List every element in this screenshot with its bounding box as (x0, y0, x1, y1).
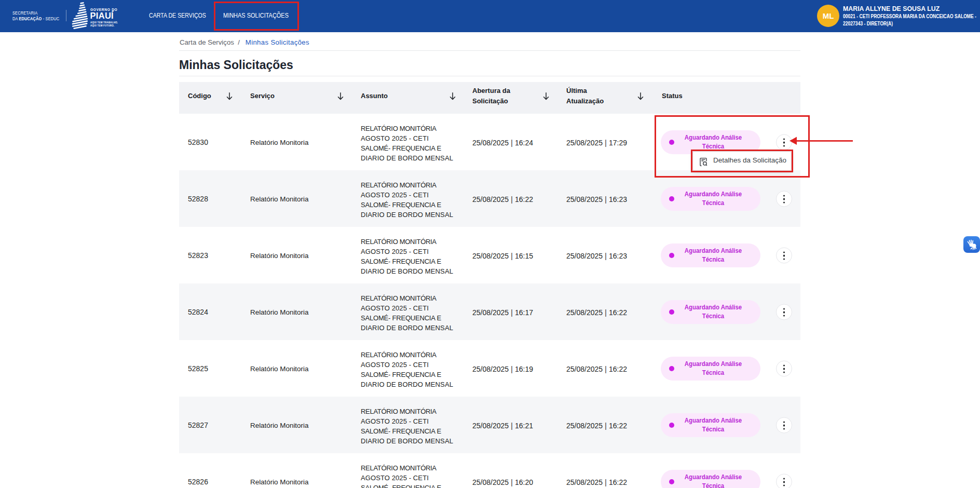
svg-text:AQUI TEM FUTURO.: AQUI TEM FUTURO. (90, 24, 114, 27)
svg-text:PIAUÍ: PIAUÍ (90, 11, 114, 20)
svg-text:AQUI TEM TRABALHO,: AQUI TEM TRABALHO, (90, 21, 118, 24)
